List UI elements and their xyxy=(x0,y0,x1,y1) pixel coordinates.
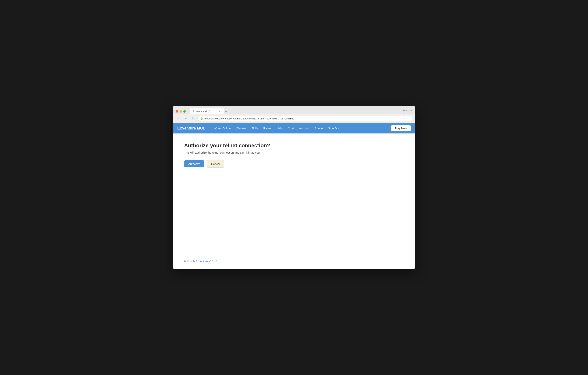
nav-help[interactable]: Help xyxy=(274,125,285,131)
window-controls xyxy=(176,110,186,113)
menu-button[interactable]: ⋮ xyxy=(407,117,409,120)
play-now-button[interactable]: Play Now xyxy=(391,125,411,131)
nav-races[interactable]: Races xyxy=(261,125,274,131)
page-title: Authorize your telnet connection? xyxy=(184,143,404,149)
nav-classes[interactable]: Classes xyxy=(234,125,248,131)
site-footer: Built with ExVenture v0.21.0. xyxy=(173,254,415,269)
url-text: localhost:4000/connection/authorize?id=a… xyxy=(205,117,402,120)
footer-prefix: Built with xyxy=(184,260,196,263)
nav-chat[interactable]: Chat xyxy=(285,125,296,131)
tab-bar: ExVenture MUD ✕ + xyxy=(190,108,400,114)
bookmark-button[interactable]: ☆ xyxy=(403,117,406,120)
minimize-button[interactable] xyxy=(179,110,182,113)
nav-skills[interactable]: Skills xyxy=(249,125,260,131)
nav-admin[interactable]: Admin xyxy=(312,125,325,131)
nav-whos-online[interactable]: Who's Online xyxy=(212,125,233,131)
nav-sign-out[interactable]: Sign Out xyxy=(326,125,341,131)
nav-links: Who's Online Classes Skills Races Help C… xyxy=(212,125,391,131)
nav-account[interactable]: Account xyxy=(297,125,312,131)
address-bar-row: ← → ↻ 🔒 localhost:4000/connection/author… xyxy=(173,114,415,123)
address-actions: ☆ ⋮ xyxy=(403,117,409,120)
cancel-button[interactable]: Cancel xyxy=(207,160,224,168)
back-button[interactable]: ← xyxy=(176,116,181,121)
new-tab-button[interactable]: + xyxy=(224,109,229,114)
main-content: Authorize your telnet connection? This w… xyxy=(173,133,415,254)
title-bar: ExVenture MUD ✕ + Personal xyxy=(173,106,415,114)
site-navbar: ExVenture MUD Who's Online Classes Skill… xyxy=(173,123,415,133)
address-bar[interactable]: 🔒 localhost:4000/connection/authorize?id… xyxy=(197,116,412,121)
maximize-button[interactable] xyxy=(183,110,186,113)
authorize-button[interactable]: Authorize xyxy=(184,160,204,167)
button-group: Authorize Cancel xyxy=(184,160,404,168)
tab-title: ExVenture MUD xyxy=(193,110,210,113)
close-button[interactable] xyxy=(176,110,178,113)
active-tab[interactable]: ExVenture MUD ✕ xyxy=(190,108,224,114)
site-brand[interactable]: ExVenture MUD xyxy=(177,126,206,131)
footer-link[interactable]: ExVenture v0.21.0. xyxy=(196,260,218,263)
forward-button[interactable]: → xyxy=(183,116,188,121)
browser-window: ExVenture MUD ✕ + Personal ← → ↻ 🔒 local… xyxy=(173,106,415,269)
tab-close-button[interactable]: ✕ xyxy=(218,110,221,113)
profile-label: Personal xyxy=(403,109,412,114)
lock-icon: 🔒 xyxy=(200,117,203,120)
reload-button[interactable]: ↻ xyxy=(190,116,196,121)
page-description: This will authorize the telnet connectio… xyxy=(184,151,404,154)
